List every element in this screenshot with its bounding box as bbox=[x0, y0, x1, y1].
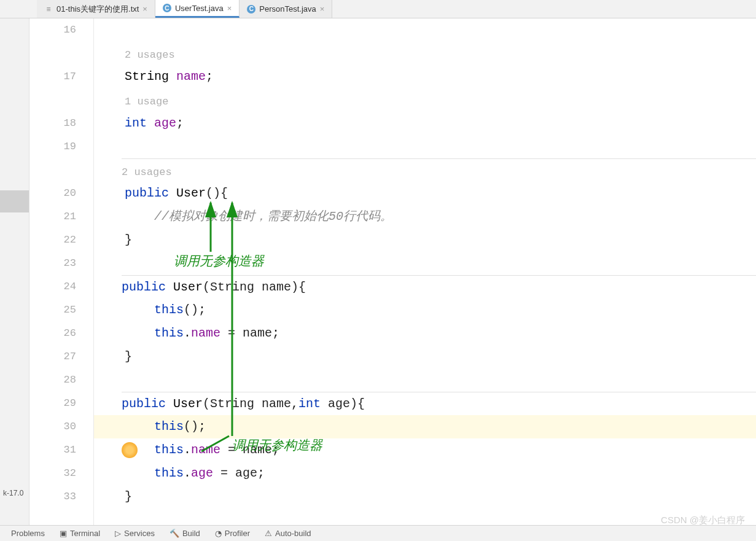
terminal-tab[interactable]: ▣Terminal bbox=[53, 529, 106, 538]
code-line bbox=[125, 252, 756, 275]
usage-hint[interactable]: 1 usage bbox=[125, 88, 756, 112]
code-line bbox=[125, 368, 756, 392]
build-tab[interactable]: 🔨Build bbox=[163, 529, 206, 538]
autobuild-tab[interactable]: ⚠Auto-build bbox=[259, 529, 318, 538]
code-line: public User(String name){ bbox=[122, 275, 756, 298]
code-line: int age; bbox=[125, 112, 756, 135]
tab-label: Services bbox=[124, 529, 155, 538]
build-icon: 🔨 bbox=[170, 529, 179, 538]
tab-label: 01-this关键字的使用.txt bbox=[57, 4, 139, 15]
line-number: 25 bbox=[29, 298, 76, 322]
code-line: } bbox=[125, 485, 756, 508]
code-line: this(); bbox=[125, 298, 756, 322]
close-icon[interactable]: × bbox=[227, 4, 232, 13]
tab-txt-file[interactable]: ≡ 01-this关键字的使用.txt × bbox=[37, 0, 155, 18]
line-number: 18 bbox=[29, 112, 76, 135]
project-tool-button[interactable] bbox=[0, 190, 29, 212]
code-editor[interactable]: 2 usages String name; 1 usage int age; 2… bbox=[94, 18, 756, 525]
tab-usertest[interactable]: C UserTest.java × bbox=[155, 0, 240, 18]
services-tab[interactable]: ▷Services bbox=[109, 529, 161, 538]
tab-label: Build bbox=[182, 529, 200, 538]
line-number: 30 bbox=[29, 415, 76, 438]
code-line bbox=[125, 135, 756, 158]
line-number: 28 bbox=[29, 368, 76, 392]
java-class-icon: C bbox=[247, 5, 255, 14]
bottom-tool-bar: Problems ▣Terminal ▷Services 🔨Build ◔Pro… bbox=[0, 525, 756, 541]
line-number: 26 bbox=[29, 322, 76, 345]
line-number: 27 bbox=[29, 345, 76, 368]
line-number: 21 bbox=[29, 205, 76, 228]
tab-label: UserTest.java bbox=[175, 4, 224, 13]
problems-tab[interactable]: Problems bbox=[5, 529, 51, 538]
profiler-icon: ◔ bbox=[215, 529, 222, 538]
close-icon[interactable]: × bbox=[320, 4, 325, 14]
line-number: 16 bbox=[29, 18, 76, 42]
tab-label: Problems bbox=[11, 529, 45, 538]
line-number: 22 bbox=[29, 228, 76, 252]
code-line: this.age = age; bbox=[125, 462, 756, 485]
tab-label: Auto-build bbox=[275, 529, 311, 538]
code-line: public User(String name,int age){ bbox=[122, 392, 756, 415]
line-number: 24 bbox=[29, 275, 76, 298]
code-line: } bbox=[125, 345, 756, 368]
jdk-label: k-17.0 bbox=[3, 489, 23, 497]
usage-hint[interactable]: 2 usages bbox=[122, 158, 756, 182]
profiler-tab[interactable]: ◔Profiler bbox=[209, 529, 256, 538]
line-number: 19 bbox=[29, 135, 76, 158]
code-line bbox=[125, 18, 756, 42]
code-line-current: this(); bbox=[94, 415, 756, 438]
line-number: 23 bbox=[29, 252, 76, 275]
code-line: this.name = name; bbox=[125, 438, 756, 462]
line-number: 32 bbox=[29, 462, 76, 485]
tool-window-strip[interactable]: k-17.0 bbox=[0, 18, 29, 525]
tab-label: PersonTest.java bbox=[259, 4, 316, 14]
watermark: CSDN @姜小白程序 bbox=[661, 515, 745, 526]
tab-persontest[interactable]: C PersonTest.java × bbox=[240, 0, 332, 18]
line-number: 33 bbox=[29, 485, 76, 508]
code-line: this.name = name; bbox=[125, 322, 756, 345]
code-line: public User(){ bbox=[125, 182, 756, 205]
tab-label: Profiler bbox=[225, 529, 250, 538]
line-number: 31 bbox=[29, 438, 76, 462]
line-number: 20 bbox=[29, 182, 76, 205]
close-icon[interactable]: × bbox=[142, 4, 147, 14]
code-line: //模拟对象创建时，需要初始化50行代码。 bbox=[125, 205, 756, 228]
line-number: 29 bbox=[29, 392, 76, 415]
editor-gutter[interactable]: 16 17 18 19 20 21 22 23 24 25 26 27 28 2… bbox=[29, 18, 94, 525]
usage-hint[interactable]: 2 usages bbox=[125, 42, 756, 65]
line-number: 17 bbox=[29, 65, 76, 88]
java-class-icon: C bbox=[163, 4, 171, 12]
tabs-bar: ≡ 01-this关键字的使用.txt × C UserTest.java × … bbox=[0, 0, 756, 18]
code-line: String name; bbox=[125, 65, 756, 88]
text-file-icon: ≡ bbox=[44, 5, 53, 14]
tab-label: Terminal bbox=[70, 529, 100, 538]
warning-icon: ⚠ bbox=[265, 529, 272, 538]
terminal-icon: ▣ bbox=[60, 529, 67, 538]
services-icon: ▷ bbox=[115, 529, 121, 538]
code-line: } bbox=[125, 228, 756, 252]
